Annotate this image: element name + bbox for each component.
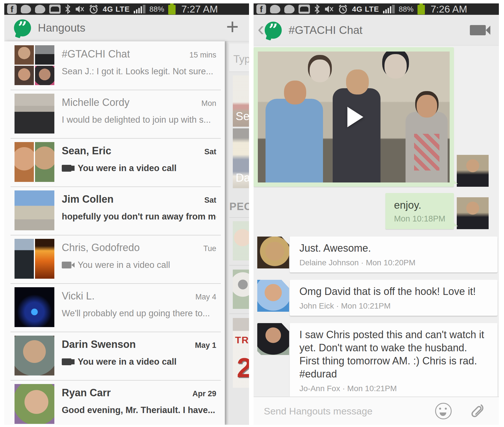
list-item-vicki-l[interactable]: Vicki L.May 4 We'll probably end up goin… [4, 283, 225, 332]
peek-people-header: PEC [229, 201, 249, 213]
app-bar: ” Hangouts + [4, 15, 249, 41]
message-meta: Delaine Johnson · Mon 10:20PM [299, 258, 489, 267]
avatar [15, 190, 54, 230]
bluetooth-icon [314, 4, 320, 14]
hangouts-list-screen: f 4G LTE 88% 7:27 AM ” Hangouts + [4, 3, 249, 425]
message-bubble[interactable] [254, 47, 454, 187]
video-call-button[interactable] [470, 25, 486, 35]
video-call-icon [62, 165, 71, 172]
list-item-gtachi-chat[interactable]: #GTACHI Chat15 mins Sean J.: I got it. L… [4, 41, 225, 90]
status-bar: f 4G LTE 88% 7:27 AM [4, 3, 249, 15]
conversation-name: Chris, Godofredo [62, 242, 140, 254]
battery-percent: 88% [149, 5, 164, 14]
message-bubble[interactable]: Just. Awesome. Delaine Johnson · Mon 10:… [290, 237, 497, 272]
video-call-icon [62, 262, 71, 268]
alarm-clock-icon [338, 4, 348, 14]
mute-icon [75, 4, 85, 14]
avatar-john-eick [257, 280, 289, 312]
message-outgoing-text: enjoy. Mon 10:18PM [254, 193, 499, 229]
play-button-icon[interactable] [347, 107, 363, 127]
message-incoming: Just. Awesome. Delaine Johnson · Mon 10:… [254, 237, 499, 272]
signal-bars-icon [383, 5, 395, 13]
avatar [15, 336, 54, 375]
avatar-delaine-johnson [257, 237, 289, 268]
message-list: enjoy. Mon 10:18PM Just. Awesome. Delain… [254, 46, 499, 397]
conversation-name: Darin Swenson [62, 338, 136, 350]
message-bubble[interactable]: Omg David that is off the hook! Love it!… [290, 280, 497, 316]
conversation-time: Sat [201, 196, 216, 205]
message-meta: Jo-Ann Fox · Mon 10:21PM [299, 384, 489, 393]
conversation-name: Jim Collen [62, 193, 114, 205]
twitter-icon [284, 5, 295, 13]
conversation-name: #GTACHI Chat [62, 48, 130, 60]
list-item-michelle-cordy[interactable]: Michelle CordyMon I would be delighted t… [4, 90, 225, 138]
conversation-snippet: Sean J.: I got it. Looks legit. Not sure… [62, 66, 213, 77]
divider [229, 217, 249, 218]
conversation-time: Mon [198, 99, 216, 108]
peek-panel[interactable]: Typ Se Da PEC TRO 2 [225, 41, 249, 425]
group-avatar [15, 142, 54, 182]
back-chevron-icon[interactable]: ‹ [258, 22, 264, 36]
conversation-time: May 1 [192, 341, 216, 350]
conversation-snippet: You were in a video call [78, 163, 176, 173]
battery-icon [168, 5, 176, 15]
conversation-time: 15 mins [186, 51, 216, 59]
list-item-sean-eric[interactable]: Sean, EricSat You were in a video call [4, 138, 225, 186]
app-title: Hangouts [38, 22, 85, 34]
divider [229, 313, 249, 314]
gallery-icon [49, 5, 61, 14]
message-text: enjoy. [394, 199, 445, 211]
clock-text: 7:27 AM [181, 3, 218, 15]
signal-bars-icon [134, 5, 145, 13]
peek-person-photo: TRO 2 [233, 318, 249, 388]
battery-percent: 88% [399, 5, 414, 14]
message-bubble[interactable]: enjoy. Mon 10:18PM [385, 193, 454, 229]
message-text: Just. Awesome. [299, 242, 489, 255]
attachment-icon[interactable] [470, 403, 486, 419]
hangouts-logo-icon: ” [14, 19, 31, 36]
message-composer [254, 397, 499, 425]
emoji-icon[interactable] [435, 403, 452, 419]
avatar [15, 94, 54, 134]
conversation-snippet: We'll probably end up going there to... [62, 308, 210, 319]
avatar-self [457, 155, 489, 187]
video-person [406, 112, 448, 182]
screenshot-collage: f 4G LTE 88% 7:27 AM ” Hangouts + [0, 0, 504, 427]
list-item-ryan-carr[interactable]: Ryan CarrApr 29 Good evening, Mr. Theria… [4, 380, 225, 425]
conversation-time: Sat [201, 147, 216, 156]
message-text: Omg David that is off the hook! Love it! [299, 285, 489, 298]
twitter-icon [270, 5, 280, 13]
conversation-name: Ryan Carr [62, 387, 111, 399]
video-person [333, 88, 381, 182]
message-input[interactable] [263, 405, 435, 417]
peek-photo: Da [233, 128, 249, 188]
conversation-name: Sean, Eric [62, 145, 111, 157]
conversation-snippet: hopefully you don't run away from me [62, 212, 216, 222]
list-item-jim-collen[interactable]: Jim CollenSat hopefully you don't run aw… [4, 186, 225, 235]
conversation-time: Apr 29 [189, 389, 216, 398]
avatar-jo-ann-fox [257, 323, 289, 355]
mute-icon [324, 4, 334, 14]
conversation-list: #GTACHI Chat15 mins Sean J.: I got it. L… [4, 41, 225, 425]
video-person [310, 59, 330, 82]
new-conversation-button[interactable]: + [226, 18, 239, 35]
battery-icon [417, 5, 425, 15]
video-person [384, 54, 407, 79]
status-bar: f 4G LTE 88% 7:26 AM [254, 3, 499, 15]
alarm-clock-icon [89, 4, 99, 14]
conversation-time: May 4 [192, 293, 216, 301]
conversation-name: Michelle Cordy [62, 97, 129, 108]
list-item-chris-godofredo[interactable]: Chris, GodofredoTue You were in a video … [4, 235, 225, 283]
group-avatar [15, 239, 54, 279]
conversation-snippet: I would be delighted to join up with s..… [62, 115, 211, 125]
network-label: 4G LTE [352, 5, 379, 14]
gallery-icon [299, 5, 310, 14]
message-bubble[interactable]: I saw Chris posted this and can't watch … [290, 323, 497, 397]
conversation-name: Vicki L. [62, 290, 94, 302]
peek-person-photo [233, 221, 249, 260]
list-item-darin-swenson[interactable]: Darin SwensonMay 1 You were in a video c… [4, 332, 225, 380]
message-outgoing-video [254, 47, 499, 187]
video-thumbnail[interactable] [258, 52, 450, 182]
hangouts-logo-icon: ” [265, 22, 282, 39]
conversation-snippet: You were in a video call [78, 357, 176, 367]
